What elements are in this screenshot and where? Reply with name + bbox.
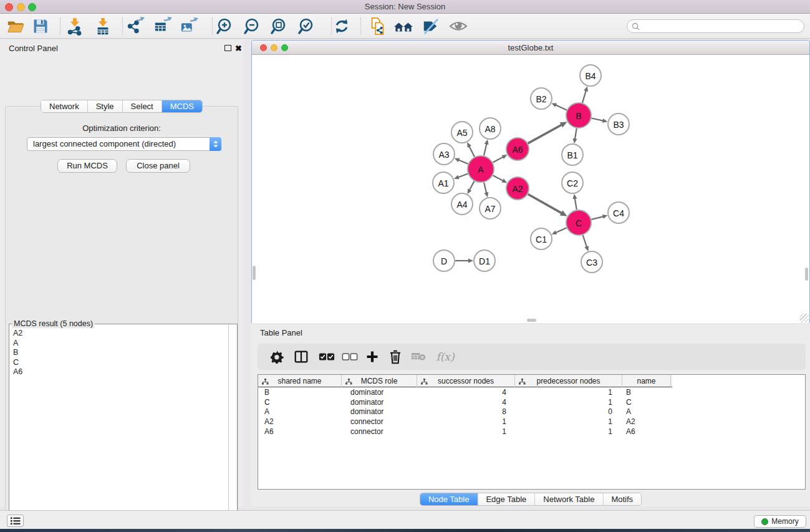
- table-row[interactable]: A2connector11A2: [258, 417, 805, 427]
- table-options-gear-button[interactable]: [267, 344, 288, 370]
- network-window-titlebar[interactable]: testGlobe.txt: [252, 41, 809, 55]
- graph-edge-B-B3[interactable]: [592, 118, 604, 120]
- graph-edge-A-A5[interactable]: [469, 145, 475, 157]
- column-header-MCDS-role[interactable]: MCDS role: [342, 375, 417, 387]
- tab-mcds[interactable]: MCDS: [162, 100, 202, 112]
- hide-labels-button[interactable]: [420, 16, 440, 36]
- graph-node-A5[interactable]: A5: [451, 122, 473, 143]
- graph-node-C4[interactable]: C4: [608, 202, 629, 223]
- result-item[interactable]: A6: [13, 367, 228, 377]
- zoom-in-button[interactable]: [215, 16, 235, 36]
- graph-edge-B-B4[interactable]: [582, 90, 586, 103]
- horizontal-scrollbar[interactable]: [527, 319, 536, 322]
- table-row[interactable]: Adominator80A: [258, 407, 805, 417]
- graph-edge-A2-C[interactable]: [528, 194, 562, 213]
- tab-network[interactable]: Network: [41, 100, 88, 112]
- graph-node-D1[interactable]: D1: [474, 250, 495, 271]
- tab-edge-table[interactable]: Edge Table: [478, 493, 535, 505]
- export-image-button[interactable]: [179, 16, 199, 36]
- function-builder-button[interactable]: f(x): [432, 344, 459, 370]
- table-row[interactable]: A6connector11A6: [258, 427, 805, 437]
- show-graphics-details-button[interactable]: [448, 16, 468, 36]
- graph-node-C2[interactable]: C2: [562, 172, 583, 193]
- graph-edge-C-C2[interactable]: [575, 198, 577, 210]
- zoom-selected-button[interactable]: [297, 16, 317, 36]
- result-scrollbar[interactable]: [228, 325, 236, 532]
- graph-edge-A-A3[interactable]: [458, 160, 468, 164]
- tab-node-table[interactable]: Node Table: [420, 493, 478, 505]
- column-header-successor-nodes[interactable]: successor nodes: [417, 375, 515, 387]
- graph-node-A3[interactable]: A3: [433, 143, 455, 165]
- graph-edge-A-A7[interactable]: [484, 182, 486, 193]
- graph-node-B2[interactable]: B2: [531, 88, 552, 109]
- graph-node-A4[interactable]: A4: [451, 193, 473, 215]
- graph-node-A[interactable]: A: [468, 156, 494, 182]
- search-input[interactable]: [642, 22, 804, 31]
- delete-table-button[interactable]: [408, 344, 429, 370]
- graph-node-A2[interactable]: A2: [506, 177, 529, 200]
- table-row[interactable]: Bdominator41B: [258, 387, 805, 397]
- graph-edge-A-A1[interactable]: [458, 174, 468, 178]
- tab-motifs[interactable]: Motifs: [603, 493, 641, 505]
- export-table-button[interactable]: [153, 16, 173, 36]
- vertical-scrollbar-left[interactable]: [253, 266, 256, 280]
- tab-network-table[interactable]: Network Table: [535, 493, 603, 505]
- resize-grip[interactable]: [800, 314, 809, 322]
- graph-edge-C-C3[interactable]: [583, 235, 587, 248]
- export-network-button[interactable]: [126, 16, 146, 36]
- save-session-button[interactable]: [31, 16, 51, 36]
- graph-node-A1[interactable]: A1: [433, 172, 454, 193]
- graph-node-B3[interactable]: B3: [608, 114, 629, 135]
- table-row[interactable]: Cdominator41C: [258, 397, 805, 407]
- tab-select[interactable]: Select: [123, 100, 162, 112]
- float-panel-icon[interactable]: [224, 45, 231, 51]
- select-all-rows-button[interactable]: [316, 344, 337, 370]
- graph-edge-A-A2[interactable]: [493, 175, 503, 181]
- column-header-predecessor-nodes[interactable]: predecessor nodes: [515, 375, 622, 387]
- new-network-from-selection-button[interactable]: [368, 16, 388, 36]
- graph-edge-B-B1[interactable]: [575, 128, 577, 140]
- graph-edge-A6-B[interactable]: [528, 124, 562, 143]
- deselect-all-rows-button[interactable]: [339, 344, 360, 370]
- vertical-scrollbar-right[interactable]: [805, 268, 808, 281]
- run-mcds-button[interactable]: Run MCDS: [57, 159, 117, 173]
- show-columns-button[interactable]: [291, 344, 312, 370]
- close-panel-button[interactable]: Close panel: [126, 159, 190, 173]
- delete-column-button[interactable]: [385, 344, 406, 370]
- open-session-button[interactable]: [6, 16, 26, 36]
- import-network-button[interactable]: [65, 16, 85, 36]
- memory-button[interactable]: Memory: [754, 515, 806, 528]
- column-header-shared-name[interactable]: shared name: [258, 375, 342, 387]
- result-item[interactable]: A2: [13, 329, 228, 339]
- graph-node-B4[interactable]: B4: [580, 65, 601, 86]
- network-canvas[interactable]: B4B2BB3A8A5A6A3B1AA1C2A2A4A7C4CC1C3DD1: [252, 55, 809, 323]
- close-panel-icon[interactable]: ✖: [235, 46, 242, 52]
- result-item[interactable]: B: [13, 348, 228, 358]
- add-column-button[interactable]: [362, 344, 383, 370]
- import-table-button[interactable]: [93, 16, 113, 36]
- fit-content-button[interactable]: [269, 16, 289, 36]
- criterion-dropdown[interactable]: largest connected component (directed): [27, 137, 221, 151]
- graph-node-D[interactable]: D: [433, 250, 455, 271]
- graph-edge-A-A4[interactable]: [469, 181, 474, 190]
- tab-style[interactable]: Style: [88, 100, 123, 112]
- graph-node-A6[interactable]: A6: [506, 138, 529, 160]
- task-history-button[interactable]: [7, 515, 24, 527]
- graph-edge-C-C1[interactable]: [555, 228, 567, 233]
- graph-node-B1[interactable]: B1: [562, 144, 583, 165]
- graph-node-C3[interactable]: C3: [581, 251, 602, 273]
- zoom-out-button[interactable]: [243, 16, 263, 36]
- graph-edge-A-A8[interactable]: [484, 143, 487, 155]
- graph-edge-C-C4[interactable]: [591, 216, 604, 220]
- graph-node-A7[interactable]: A7: [480, 198, 501, 219]
- graph-node-A8[interactable]: A8: [480, 118, 501, 139]
- graph-edge-A-A6[interactable]: [493, 157, 504, 163]
- graph-node-B[interactable]: B: [566, 103, 591, 128]
- result-item[interactable]: A: [13, 339, 228, 349]
- first-neighbors-button[interactable]: [393, 16, 413, 36]
- update-network-button[interactable]: [332, 16, 352, 36]
- column-header-name[interactable]: name: [622, 375, 671, 387]
- result-item[interactable]: C: [13, 358, 228, 368]
- graph-node-C[interactable]: C: [566, 210, 591, 235]
- graph-edge-B-B2[interactable]: [555, 105, 567, 110]
